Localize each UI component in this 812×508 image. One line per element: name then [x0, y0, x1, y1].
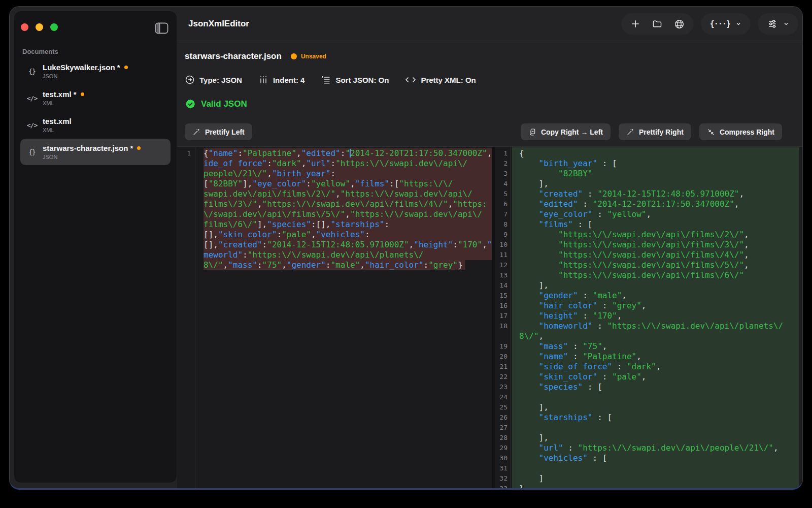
left-editor-raw-json[interactable]: {"name":"Palpatine","edited":"2014-12-20… — [196, 147, 492, 488]
json-punctuation — [519, 199, 539, 209]
left-editor-gutter: 1 — [177, 147, 195, 488]
sidebar-item-starwars-character-json-[interactable]: {}starwars-character.json *JSON — [20, 139, 171, 165]
format-menu-button[interactable]: {···} — [701, 13, 751, 35]
json-key: "mass" — [539, 341, 568, 351]
code-line: "vehicles" : [ — [519, 453, 799, 463]
minimize-window-button[interactable] — [36, 23, 43, 31]
json-string: "2014-12-15T12:48:05.971000Z" — [267, 240, 409, 249]
json-key: "edited" — [301, 148, 341, 158]
json-punctuation: [ — [204, 179, 209, 188]
json-punctuation: : — [593, 209, 607, 219]
json-punctuation: : — [330, 169, 335, 178]
line-number: 1 — [495, 148, 507, 158]
compress-right-button[interactable]: Compress Right — [699, 123, 782, 140]
json-punctuation: : — [563, 443, 578, 453]
line-number: 8 — [495, 219, 507, 230]
code-line: "https:\/\/swapi.dev\/api\/films\/3\/", — [519, 240, 799, 250]
json-punctuation: : — [262, 240, 267, 249]
json-punctuation — [519, 352, 539, 361]
compress-arrows-icon — [707, 128, 715, 136]
line-number: 16 — [495, 301, 507, 311]
json-punctuation: , — [739, 189, 745, 199]
code-line — [519, 463, 799, 473]
json-punctuation: ], — [519, 402, 549, 412]
prettify-left-button[interactable]: Prettify Left — [185, 123, 252, 140]
curly-braces-menu-icon: {···} — [710, 19, 730, 28]
json-string: "https:\/\/ — [399, 179, 453, 188]
prettify-right-button[interactable]: Prettify Right — [619, 123, 691, 140]
settings-menu-button[interactable] — [758, 13, 798, 35]
zoom-window-button[interactable] — [50, 23, 58, 31]
json-punctuation: [], — [204, 240, 218, 249]
right-editor-pretty-json[interactable]: { "birth_year" : [ "82BBY" ], "created" … — [512, 147, 799, 488]
code-line: { — [519, 148, 799, 158]
sidebar-item-test-xml-[interactable]: </>test.xml *XML — [20, 85, 171, 111]
json-punctuation: , — [641, 372, 647, 382]
json-string: "male" — [593, 291, 622, 300]
line-number: 18 — [495, 321, 507, 331]
json-key: "species" — [267, 219, 311, 229]
file-actions-group — [621, 13, 694, 35]
copy-right-to-left-button[interactable]: Copy Right → Left — [521, 123, 611, 140]
json-punctuation — [519, 311, 539, 321]
sidebar-toggle-icon[interactable] — [155, 22, 168, 34]
json-string: "yellow" — [607, 209, 646, 219]
line-number: 22 — [495, 372, 507, 382]
line-number: 9 — [495, 230, 507, 240]
code-line: "homeworld" : "https:\/\/swapi.dev\/api\… — [519, 321, 799, 331]
close-window-button[interactable] — [21, 23, 28, 31]
code-line: "edited" : "2014-12-20T21:17:50.347000Z"… — [519, 199, 799, 209]
code-line: "https:\/\/swapi.dev\/api\/films\/2\/", — [519, 230, 799, 240]
line-number: 13 — [495, 270, 507, 280]
json-punctuation — [519, 260, 558, 270]
open-folder-button[interactable] — [652, 19, 663, 29]
json-string: people\/21\/" — [204, 169, 267, 178]
json-punctuation: : — [568, 352, 583, 361]
code-line: ["82BBY"],"eye_color":"yellow","films":[… — [204, 179, 492, 189]
json-key: "hair_color" — [539, 301, 598, 310]
json-key: "homeworld" — [539, 321, 593, 331]
code-line: people\/21\/","birth_year": — [204, 169, 492, 179]
json-punctuation — [519, 219, 539, 229]
json-punctuation: } — [519, 484, 524, 488]
json-punctuation: : — [424, 260, 429, 270]
json-punctuation: , — [296, 148, 301, 158]
json-punctuation — [519, 291, 539, 300]
json-punctuation: : — [578, 291, 593, 300]
json-punctuation — [519, 270, 558, 280]
json-file-icon: {} — [24, 68, 40, 75]
code-line: "films" : [ — [519, 219, 799, 230]
prettify-left-label: Prettify Left — [205, 128, 245, 136]
line-number: 21 — [495, 362, 507, 372]
json-key: "films" — [539, 219, 573, 229]
code-line: swapi.dev\/api\/films\/2\/","https:\/\/s… — [204, 189, 492, 199]
json-key: "eye_color" — [252, 179, 306, 188]
sidebar-item-test-xml[interactable]: </>test.xmlXML — [20, 112, 171, 138]
json-punctuation: , — [646, 209, 651, 219]
document-type-label: JSON — [43, 73, 128, 79]
json-string: "2014-12-15T12:48:05.971000Z" — [597, 189, 739, 199]
wand-icon — [626, 128, 634, 136]
json-punctuation — [519, 250, 558, 260]
document-type-label: JSON — [43, 154, 141, 160]
json-punctuation: :[ — [389, 179, 399, 188]
json-string: swapi.dev\/api\/films\/2\/" — [204, 189, 335, 199]
line-number: 15 — [495, 291, 507, 301]
json-string: "pale" — [282, 230, 311, 239]
json-string: "170" — [593, 311, 617, 321]
right-editor-gutter: 1234567891011121314151617181920212223242… — [495, 147, 511, 488]
json-punctuation: , — [482, 240, 487, 249]
code-line: "https:\/\/swapi.dev\/api\/films\/4\/", — [519, 250, 799, 260]
copy-doc-icon — [528, 128, 536, 136]
line-number: 27 — [495, 423, 507, 433]
json-punctuation: : — [453, 240, 458, 249]
sidebar-item-lukeskywalker-json-[interactable]: {}LukeSkywalker.json *JSON — [20, 58, 171, 84]
json-punctuation: : [ — [573, 219, 593, 229]
json-string: "2014-12-20T21:17:50.347000Z" — [593, 199, 734, 209]
line-number: 1 — [177, 148, 191, 158]
json-punctuation: : [ — [583, 382, 602, 392]
json-string: 8\/" — [519, 331, 539, 341]
globe-button[interactable] — [674, 19, 685, 29]
title-bar: JsonXmlEditor {···} — [177, 7, 802, 41]
new-document-button[interactable] — [630, 19, 640, 29]
